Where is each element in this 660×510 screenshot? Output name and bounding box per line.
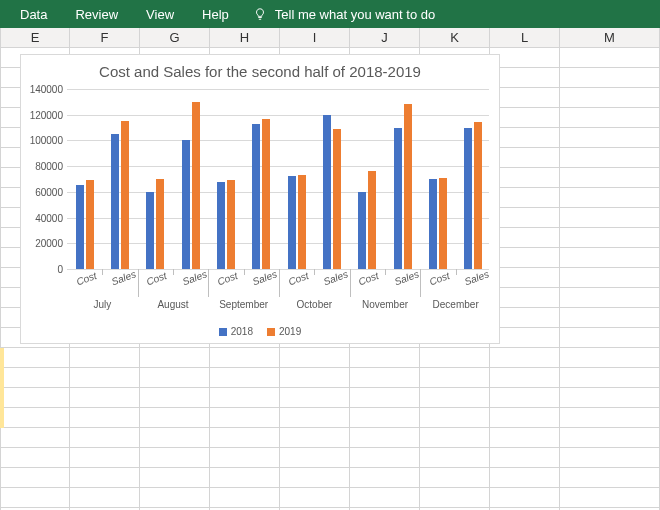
- column-header-L[interactable]: L: [490, 28, 560, 47]
- month-label: November: [352, 299, 418, 310]
- column-header-E[interactable]: E: [0, 28, 70, 47]
- subcat-label: Cost: [216, 270, 239, 287]
- menu-review[interactable]: Review: [61, 1, 132, 28]
- bar-2018: [464, 128, 472, 269]
- row-highlight: [0, 348, 4, 428]
- chart-title: Cost and Sales for the second half of 20…: [21, 55, 499, 84]
- bar-2018: [252, 124, 260, 269]
- month-label: September: [211, 299, 277, 310]
- legend-label-2018: 2018: [231, 326, 253, 337]
- subcat-label: Cost: [428, 270, 451, 287]
- month-label: August: [140, 299, 206, 310]
- y-tick-label: 20000: [25, 238, 63, 249]
- y-tick-label: 140000: [25, 84, 63, 95]
- menu-view[interactable]: View: [132, 1, 188, 28]
- bar-2018: [288, 176, 296, 269]
- bar-2019: [262, 119, 270, 269]
- column-header-I[interactable]: I: [280, 28, 350, 47]
- legend-item-2018: 2018: [219, 326, 253, 337]
- subcat-label: Sales: [322, 268, 349, 287]
- y-tick-label: 80000: [25, 161, 63, 172]
- spreadsheet-grid[interactable]: Cost and Sales for the second half of 20…: [0, 48, 660, 510]
- column-header-J[interactable]: J: [350, 28, 420, 47]
- swatch-2018: [219, 328, 227, 336]
- bar-2019: [192, 102, 200, 269]
- column-header-G[interactable]: G: [140, 28, 210, 47]
- y-tick-label: 60000: [25, 186, 63, 197]
- subcat-label: Sales: [393, 268, 420, 287]
- subcat-label: Cost: [75, 270, 98, 287]
- legend-label-2019: 2019: [279, 326, 301, 337]
- y-tick-label: 120000: [25, 109, 63, 120]
- bar-2019: [156, 179, 164, 269]
- month-label: December: [423, 299, 489, 310]
- bar-2018: [358, 192, 366, 269]
- subcat-label: Sales: [110, 268, 137, 287]
- y-tick-label: 0: [25, 264, 63, 275]
- tell-me-label: Tell me what you want to do: [275, 7, 435, 22]
- bar-2019: [333, 129, 341, 269]
- month-label: October: [281, 299, 347, 310]
- bar-2019: [86, 180, 94, 269]
- bar-2018: [394, 128, 402, 269]
- bar-2018: [111, 134, 119, 269]
- subcat-label: Cost: [357, 270, 380, 287]
- plot-area: 020000400006000080000100000120000140000: [67, 89, 489, 269]
- bar-2019: [227, 180, 235, 269]
- subcat-label: Cost: [145, 270, 168, 287]
- subcat-label: Sales: [463, 268, 490, 287]
- subcat-label: Sales: [251, 268, 278, 287]
- bar-2018: [76, 185, 84, 269]
- legend-item-2019: 2019: [267, 326, 301, 337]
- menu-data[interactable]: Data: [6, 1, 61, 28]
- bar-2019: [368, 171, 376, 269]
- column-header-H[interactable]: H: [210, 28, 280, 47]
- subcat-label: Cost: [287, 270, 310, 287]
- swatch-2019: [267, 328, 275, 336]
- legend: 2018 2019: [21, 326, 499, 337]
- bar-2019: [474, 122, 482, 269]
- lightbulb-icon: [253, 7, 267, 21]
- ribbon: Data Review View Help Tell me what you w…: [0, 0, 660, 28]
- chart[interactable]: Cost and Sales for the second half of 20…: [20, 54, 500, 344]
- tell-me-search[interactable]: Tell me what you want to do: [243, 1, 445, 28]
- bar-2018: [146, 192, 154, 269]
- subcat-label: Sales: [181, 268, 208, 287]
- bar-2018: [323, 115, 331, 269]
- column-header-F[interactable]: F: [70, 28, 140, 47]
- y-tick-label: 100000: [25, 135, 63, 146]
- bar-2019: [121, 121, 129, 269]
- bar-2018: [217, 182, 225, 269]
- column-headers: EFGHIJKLM: [0, 28, 660, 48]
- menu-help[interactable]: Help: [188, 1, 243, 28]
- column-header-M[interactable]: M: [560, 28, 660, 47]
- y-tick-label: 40000: [25, 212, 63, 223]
- column-header-K[interactable]: K: [420, 28, 490, 47]
- bar-2019: [404, 104, 412, 269]
- bar-2018: [429, 179, 437, 269]
- x-axis: CostSalesCostSalesCostSalesCostSalesCost…: [67, 269, 489, 319]
- month-label: July: [69, 299, 135, 310]
- bar-2019: [439, 178, 447, 269]
- bar-2018: [182, 140, 190, 269]
- bar-2019: [298, 175, 306, 269]
